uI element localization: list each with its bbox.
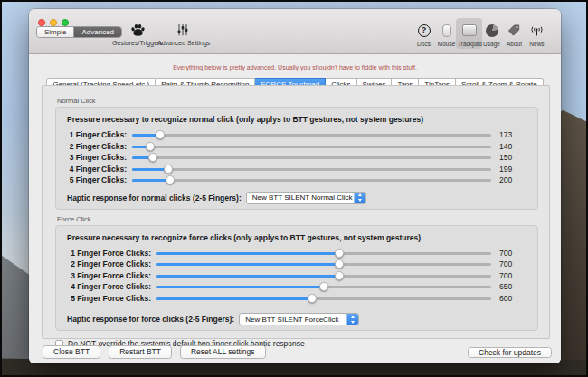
toolbar-item-trackpad[interactable]: Trackpad <box>458 21 480 47</box>
slider-label: 2 Finger Force Clicks: <box>67 259 151 269</box>
toolbar-item-mouse[interactable]: Mouse <box>435 21 458 47</box>
slider-value: 140 <box>499 142 526 151</box>
slider-row-3-finger-force-clicks: 3 Finger Force Clicks: 700 <box>67 270 526 282</box>
slider-value: 199 <box>499 165 526 174</box>
slider-value: 650 <box>499 282 526 291</box>
toolbar-item-label: Trackpad <box>458 41 480 47</box>
toolbar-item-docs[interactable]: ? Docs <box>413 21 435 47</box>
toolbar-item-label: Usage <box>480 41 503 47</box>
slider-knob[interactable] <box>164 165 173 174</box>
dropdown-stepper-icon <box>354 192 365 204</box>
toolbar-item-label: News <box>526 41 548 47</box>
dropdown-stepper-icon <box>346 313 358 325</box>
slider-label: 4 Finger Force Clicks: <box>67 282 151 291</box>
slider-label: 1 Finger Force Clicks: <box>67 249 151 258</box>
toolbar-item-gestures[interactable]: Gestures/Triggers <box>112 22 163 46</box>
slider-knob[interactable] <box>319 282 328 291</box>
traffic-lights <box>38 19 69 26</box>
window-content: Everything below is pretty advanced. Usu… <box>29 54 561 363</box>
pressure-slider[interactable] <box>132 164 491 174</box>
slider-row-4-finger-clicks: 4 Finger Clicks: 199 <box>67 164 526 175</box>
zoom-window-button[interactable] <box>62 19 69 26</box>
dropdown-value: New BTT SILENT ForceClick <box>240 316 346 324</box>
force-click-groupbox: Pressure necessary to recognize force cl… <box>55 225 538 332</box>
force-click-header: Pressure necessary to recognize force cl… <box>67 233 526 242</box>
antenna-icon <box>526 23 548 38</box>
minimize-window-button[interactable] <box>50 19 57 26</box>
sliders-icon <box>157 22 208 38</box>
slider-row-1-finger-clicks: 1 Finger Clicks: 173 <box>67 129 526 141</box>
slider-knob[interactable] <box>335 259 344 269</box>
normal-haptic-dropdown[interactable]: New BTT SILENT Normal Click <box>246 192 366 204</box>
slider-label: 3 Finger Clicks: <box>67 153 127 162</box>
toolbar-right-group: ? Docs Mouse Trackpad Usage <box>413 21 548 47</box>
pressure-slider[interactable] <box>132 141 491 152</box>
reset-all-settings-button[interactable]: Reset ALL settings <box>180 345 266 359</box>
slider-knob[interactable] <box>146 142 155 151</box>
pressure-slider[interactable] <box>132 152 491 163</box>
mode-segmented-control: Simple Advanced <box>36 26 122 38</box>
close-btt-button[interactable]: Close BTT <box>43 345 100 359</box>
toolbar-item-label: About <box>503 41 526 47</box>
slider-knob[interactable] <box>335 249 344 258</box>
slider-knob[interactable] <box>335 271 344 280</box>
pie-chart-icon <box>486 24 498 37</box>
haptic-label: Haptic response for force clicks (2-5 Fi… <box>67 315 234 324</box>
slider-label: 5 Finger Force Clicks: <box>67 294 151 303</box>
mouse-icon <box>442 24 451 37</box>
slider-value: 173 <box>499 130 526 139</box>
slider-knob[interactable] <box>156 130 165 139</box>
toolbar-item-label: Gestures/Triggers <box>112 40 163 46</box>
toolbar-item-label: Mouse <box>435 41 458 47</box>
window-toolbar: Simple Advanced Gestures/Triggers <box>29 9 561 54</box>
slider-value: 700 <box>499 259 526 269</box>
close-window-button[interactable] <box>38 19 45 26</box>
pressure-slider[interactable] <box>132 129 491 140</box>
normal-click-header: Pressure necessary to recognize normal c… <box>67 115 526 124</box>
slider-value: 700 <box>499 271 526 280</box>
slider-knob[interactable] <box>308 294 317 303</box>
slider-value: 600 <box>499 294 526 303</box>
question-icon: ? <box>418 24 431 37</box>
slider-label: 2 Finger Clicks: <box>67 142 127 151</box>
slider-label: 1 Finger Clicks: <box>67 130 127 139</box>
dropdown-value: New BTT SILENT Normal Click <box>247 193 354 202</box>
slider-row-4-finger-force-clicks: 4 Finger Force Clicks: 650 <box>67 281 526 293</box>
screenshot-stage: Simple Advanced Gestures/Triggers <box>0 0 588 377</box>
slider-row-2-finger-clicks: 2 Finger Clicks: 140 <box>67 141 526 153</box>
slider-row-3-finger-clicks: 3 Finger Clicks: 150 <box>67 152 526 164</box>
pressure-slider[interactable] <box>132 174 491 185</box>
group-label-normal-click: Normal Click <box>57 97 549 105</box>
simple-mode-button[interactable]: Simple <box>37 27 73 37</box>
slider-knob[interactable] <box>148 153 157 162</box>
normal-haptic-row: Haptic response for normal clicks (2-5 F… <box>67 192 526 204</box>
advanced-warning-text: Everything below is pretty advanced. Usu… <box>29 64 561 71</box>
slider-label: 4 Finger Clicks: <box>67 165 127 174</box>
slider-value: 200 <box>499 175 526 184</box>
pressure-slider[interactable] <box>156 281 491 292</box>
pressure-slider[interactable] <box>156 248 491 259</box>
pressure-slider[interactable] <box>156 270 491 281</box>
restart-btt-button[interactable]: Restart BTT <box>109 345 172 359</box>
pressure-slider[interactable] <box>156 259 491 269</box>
slider-row-5-finger-clicks: 5 Finger Clicks: 200 <box>67 174 526 186</box>
slider-knob[interactable] <box>166 175 175 184</box>
check-for-updates-button[interactable]: Check for updates <box>468 347 552 358</box>
footer-button-group: Close BTT Restart BTT Reset ALL settings <box>43 345 266 359</box>
toolbar-item-about[interactable]: About <box>503 21 526 47</box>
footer-right-group: Check for updates <box>468 343 552 359</box>
toolbar-item-advanced-settings[interactable]: Advanced Settings <box>157 22 208 46</box>
force-haptic-dropdown[interactable]: New BTT SILENT ForceClick <box>239 313 359 325</box>
haptic-label: Haptic response for normal clicks (2-5 F… <box>67 193 242 203</box>
btt-window: Simple Advanced Gestures/Triggers <box>29 9 561 363</box>
toolbar-item-usage[interactable]: Usage <box>480 21 503 47</box>
normal-click-groupbox: Pressure necessary to recognize normal c… <box>55 107 538 210</box>
force-haptic-row: Haptic response for force clicks (2-5 Fi… <box>67 313 526 325</box>
toolbar-item-news[interactable]: News <box>526 21 548 47</box>
pressure-slider[interactable] <box>156 293 491 304</box>
slider-row-5-finger-force-clicks: 5 Finger Force Clicks: 600 <box>67 293 526 305</box>
slider-value: 700 <box>499 249 526 258</box>
tag-icon <box>503 23 526 38</box>
toolbar-item-label: Advanced Settings <box>157 40 208 46</box>
slider-label: 3 Finger Force Clicks: <box>67 271 151 280</box>
